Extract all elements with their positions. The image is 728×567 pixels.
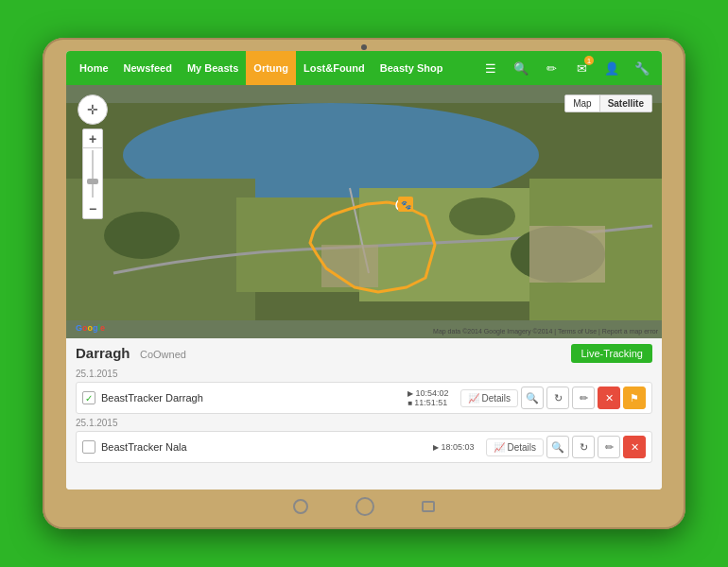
list-icon: ☰ <box>485 61 496 76</box>
tablet-device: Home Newsfeed My Beasts Ortung Lost&Foun… <box>43 38 685 529</box>
tablet-bottom-nav <box>293 497 435 516</box>
navigation-bar: Home Newsfeed My Beasts Ortung Lost&Foun… <box>66 51 662 85</box>
play-icon-2: ▶ <box>433 443 439 452</box>
flag-action-1[interactable]: ⚑ <box>623 387 646 409</box>
nav-lost-found[interactable]: Lost&Found <box>296 51 373 85</box>
tablet-back-button[interactable] <box>293 499 308 514</box>
mail-badge: 1 <box>584 56 594 65</box>
refresh-action-2[interactable]: ↻ <box>572 436 595 458</box>
user-icon: 👤 <box>604 61 619 76</box>
tracker-checkbox-2[interactable] <box>82 440 95 454</box>
tracker-times-2: ▶ 18:05:03 <box>433 442 480 452</box>
start-time-value-2: 18:05:03 <box>441 442 474 452</box>
list-icon-btn[interactable]: ☰ <box>477 54 505 82</box>
map-area: 🐾 ✛ + − Map Satellite Google <box>66 85 662 338</box>
chart-icon-1: 📈 <box>468 393 479 404</box>
edit-icon: ✏ <box>546 61 557 76</box>
svg-point-8 <box>449 198 515 235</box>
tracker-actions-1: 📈 Details 🔍 ↻ ✏ ✕ ⚑ <box>460 387 646 409</box>
beast-info: Darragh CoOwned <box>76 345 186 362</box>
nav-beasty-shop[interactable]: Beasty Shop <box>373 51 451 85</box>
svg-text:🐾: 🐾 <box>401 199 412 211</box>
map-type-map[interactable]: Map <box>565 95 599 112</box>
search-action-2[interactable]: 🔍 <box>546 436 569 458</box>
tablet-screen: Home Newsfeed My Beasts Ortung Lost&Foun… <box>66 51 662 490</box>
tracker-date-2: 25.1.2015 <box>76 418 652 428</box>
edit-icon-btn[interactable]: ✏ <box>537 54 565 82</box>
tracker-start-time-1: ▶ 10:54:02 <box>407 388 448 398</box>
end-time-value-1: 11:51:51 <box>414 398 447 407</box>
zoom-slider[interactable] <box>92 150 94 198</box>
tracker-name-1: BeastTracker Darragh <box>101 392 402 404</box>
tracker-start-time-2: ▶ 18:05:03 <box>433 442 474 452</box>
tracker-times-1: ▶ 10:54:02 ■ 11:51:51 <box>407 388 455 407</box>
zoom-in-button[interactable]: + <box>82 129 103 148</box>
svg-rect-10 <box>529 226 605 283</box>
search-icon-btn[interactable]: 🔍 <box>507 54 535 82</box>
map-controls: ✛ + − <box>78 94 108 219</box>
map-pan-control[interactable]: ✛ <box>78 94 108 125</box>
map-attribution: Map data ©2014 Google Imagery ©2014 | Te… <box>433 328 658 335</box>
beast-header: Darragh CoOwned Live-Tracking <box>76 344 652 363</box>
svg-rect-9 <box>321 245 378 287</box>
beast-name: Darragh <box>76 345 130 361</box>
nav-home[interactable]: Home <box>72 51 116 85</box>
nav-newsfeed[interactable]: Newsfeed <box>116 51 180 85</box>
nav-links: Home Newsfeed My Beasts Ortung Lost&Foun… <box>72 51 450 85</box>
chart-icon-2: 📈 <box>494 442 505 453</box>
google-logo: Google <box>76 323 105 333</box>
tablet-camera <box>361 44 367 50</box>
zoom-handle[interactable] <box>87 179 98 184</box>
nav-my-beasts[interactable]: My Beasts <box>180 51 246 85</box>
tracker-end-time-1: ■ 11:51:51 <box>407 398 447 407</box>
bottom-panel: Darragh CoOwned Live-Tracking 25.1.2015 … <box>66 338 662 490</box>
tracker-row-1: ✓ BeastTracker Darragh ▶ 10:54:02 ■ 11:5… <box>76 382 652 414</box>
map-type-buttons: Map Satellite <box>564 94 652 112</box>
nav-icons: ☰ 🔍 ✏ ✉ 1 👤 🔧 <box>477 54 656 82</box>
tablet-home-button[interactable] <box>355 497 374 516</box>
settings-icon: 🔧 <box>634 61 650 76</box>
settings-icon-btn[interactable]: 🔧 <box>628 54 656 82</box>
live-tracking-button[interactable]: Live-Tracking <box>571 344 652 363</box>
delete-action-2[interactable]: ✕ <box>623 436 646 458</box>
stop-icon-1: ■ <box>407 399 412 407</box>
details-button-1[interactable]: 📈 Details <box>460 389 518 407</box>
edit-action-1[interactable]: ✏ <box>572 387 595 409</box>
tracker-row-2: BeastTracker Nala ▶ 18:05:03 📈 Details 🔍… <box>76 431 652 463</box>
details-button-2[interactable]: 📈 Details <box>486 438 544 456</box>
nav-ortung[interactable]: Ortung <box>246 51 296 85</box>
start-time-value-1: 10:54:02 <box>415 388 448 398</box>
search-icon: 🔍 <box>513 61 529 76</box>
tracker-date-1: 25.1.2015 <box>76 369 652 379</box>
tracker-checkbox-1[interactable]: ✓ <box>82 391 95 404</box>
map-svg: 🐾 <box>66 85 662 338</box>
user-icon-btn[interactable]: 👤 <box>598 54 626 82</box>
tracker-name-2: BeastTracker Nala <box>101 441 427 453</box>
beast-co-owned-label: CoOwned <box>140 349 186 360</box>
search-action-1[interactable]: 🔍 <box>521 387 544 409</box>
mail-icon-btn[interactable]: ✉ 1 <box>567 54 596 82</box>
tablet-recent-button[interactable] <box>422 501 435 512</box>
delete-action-1[interactable]: ✕ <box>598 387 620 409</box>
play-icon-1: ▶ <box>407 389 413 398</box>
edit-action-2[interactable]: ✏ <box>598 436 620 458</box>
svg-point-6 <box>104 212 180 259</box>
zoom-out-button[interactable]: − <box>82 199 103 218</box>
refresh-action-1[interactable]: ↻ <box>546 387 569 409</box>
tracker-actions-2: 📈 Details 🔍 ↻ ✏ ✕ <box>486 436 646 458</box>
map-type-satellite[interactable]: Satellite <box>600 95 651 112</box>
map-zoom-bar: + − <box>82 129 103 219</box>
